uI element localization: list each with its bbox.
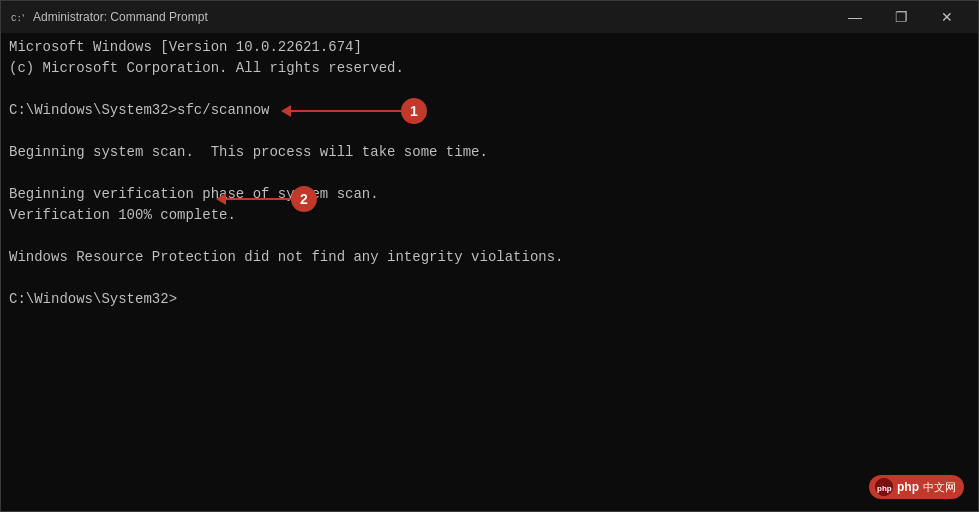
annotation-1: 1 <box>281 98 427 124</box>
console-line: C:\Windows\System32> <box>9 289 970 310</box>
close-button[interactable]: ✕ <box>924 1 970 33</box>
watermark: php php 中文网 <box>869 475 964 499</box>
console-line: Beginning system scan. This process will… <box>9 142 970 163</box>
console-line <box>9 163 970 184</box>
console-line <box>9 268 970 289</box>
console-line: Verification 100% complete. <box>9 205 970 226</box>
watermark-text-php: php <box>897 478 919 496</box>
watermark-logo: php <box>875 478 893 496</box>
console-line: (c) Microsoft Corporation. All rights re… <box>9 58 970 79</box>
console-line: Beginning verification phase of system s… <box>9 184 970 205</box>
console-line: Windows Resource Protection did not find… <box>9 247 970 268</box>
watermark-text-cn: 中文网 <box>923 479 956 496</box>
console-line: C:\Windows\System32>sfc/scannow <box>9 100 970 121</box>
console-line <box>9 79 970 100</box>
cmd-icon: C:\ <box>9 9 25 25</box>
console-line <box>9 226 970 247</box>
maximize-button[interactable]: ❐ <box>878 1 924 33</box>
window-title: Administrator: Command Prompt <box>33 10 832 24</box>
title-bar: C:\ Administrator: Command Prompt — ❐ ✕ <box>1 1 978 33</box>
window-controls: — ❐ ✕ <box>832 1 970 33</box>
minimize-button[interactable]: — <box>832 1 878 33</box>
annotation-badge-2: 2 <box>291 186 317 212</box>
annotation-badge-1: 1 <box>401 98 427 124</box>
console-output: Microsoft Windows [Version 10.0.22621.67… <box>1 33 978 511</box>
console-line <box>9 121 970 142</box>
cmd-window: C:\ Administrator: Command Prompt — ❐ ✕ … <box>0 0 979 512</box>
annotation-2: 2 <box>216 186 317 212</box>
svg-text:php: php <box>877 484 892 493</box>
svg-text:C:\: C:\ <box>11 14 24 24</box>
console-line: Microsoft Windows [Version 10.0.22621.67… <box>9 37 970 58</box>
